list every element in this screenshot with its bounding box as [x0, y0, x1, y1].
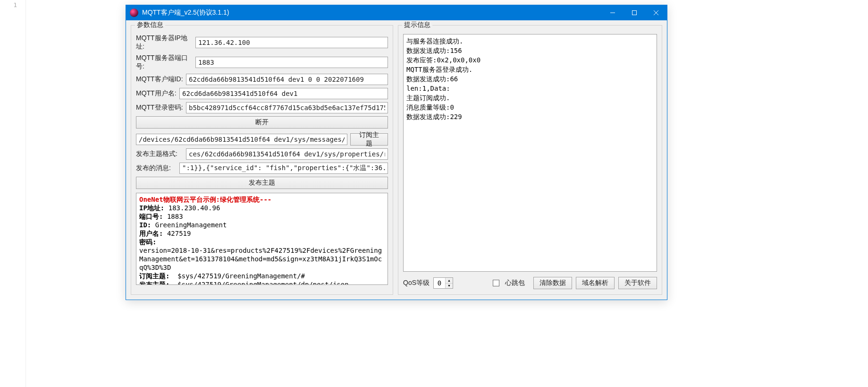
- disconnect-button[interactable]: 断开: [136, 116, 388, 129]
- window-controls: [602, 5, 667, 20]
- qos-spinner[interactable]: 0 ▲ ▼: [433, 277, 453, 289]
- log-pub-label: 发布主题:: [139, 281, 169, 285]
- server-ip-label: MQTT服务器IP地址:: [136, 34, 193, 51]
- app-icon: [130, 9, 138, 17]
- window-title: MQTT客户端_v2.5(协议3.1.1): [142, 9, 602, 17]
- log-ip-label: IP地址:: [139, 204, 164, 212]
- main-application-window: MQTT客户端_v2.5(协议3.1.1) 参数信息 MQTT服务器IP地址: …: [126, 5, 667, 300]
- line-number: 1: [13, 1, 17, 9]
- params-groupbox: 参数信息 MQTT服务器IP地址: MQTT服务器端口号: MQTT客户端ID:…: [131, 25, 393, 295]
- username-input[interactable]: [179, 88, 388, 99]
- hint-line: MQTT服务器登录成功.: [406, 65, 654, 74]
- server-port-input[interactable]: [195, 57, 388, 68]
- close-icon: [654, 10, 658, 15]
- heartbeat-label: 心跳包: [505, 279, 525, 287]
- log-port-label: 端口号:: [139, 213, 163, 220]
- hint-line: len:1,Data:: [406, 84, 654, 93]
- hint-line: 发布应答:0x2,0x0,0x0: [406, 55, 654, 65]
- hints-group-title: 提示信息: [402, 21, 432, 29]
- server-ip-input[interactable]: [195, 37, 388, 48]
- hint-line: 数据发送成功:229: [406, 112, 654, 121]
- hint-line: 消息质量等级:0: [406, 103, 654, 112]
- example-log-box[interactable]: OneNet物联网云平台示例:绿化管理系统--- IP地址: 183.230.4…: [136, 193, 388, 285]
- params-group-title: 参数信息: [135, 21, 165, 29]
- qos-up-button[interactable]: ▲: [446, 278, 453, 284]
- svg-rect-1: [632, 11, 637, 15]
- window-titlebar[interactable]: MQTT客户端_v2.5(协议3.1.1): [126, 5, 667, 20]
- hint-line: 数据发送成功:156: [406, 46, 654, 55]
- publish-topic-label: 发布主题格式:: [136, 150, 183, 158]
- hints-groupbox: 提示信息 与服务器连接成功. 数据发送成功:156 发布应答:0x2,0x0,0…: [398, 25, 662, 295]
- log-pwd-value: version=2018-10-31&res=products%2F427519…: [139, 246, 385, 272]
- log-id: GreeningManagement: [155, 221, 227, 229]
- close-button[interactable]: [645, 5, 667, 20]
- log-id-label: ID:: [139, 221, 151, 229]
- password-label: MQTT登录密码:: [136, 103, 183, 112]
- hint-line: 与服务器连接成功.: [406, 36, 654, 46]
- client-id-label: MQTT客户端ID:: [136, 75, 183, 84]
- about-button[interactable]: 关于软件: [618, 277, 657, 289]
- hint-line: 数据发送成功:66: [406, 74, 654, 84]
- bottom-toolbar: QoS等级 0 ▲ ▼ 心跳包 清除数据 域名解析 关于软件: [403, 276, 657, 290]
- line-number-gutter: 1: [0, 0, 26, 387]
- log-sub-label: 订阅主题:: [139, 272, 169, 280]
- qos-down-button[interactable]: ▼: [446, 284, 453, 289]
- client-id-input[interactable]: [186, 74, 388, 85]
- log-user: 427519: [167, 230, 191, 237]
- password-input[interactable]: [186, 102, 388, 113]
- publish-topic-input[interactable]: [186, 148, 388, 160]
- subscribe-button[interactable]: 订阅主题: [350, 133, 388, 146]
- log-sub: $sys/427519/GreeningManagement/#: [177, 272, 305, 280]
- maximize-button[interactable]: [624, 5, 645, 20]
- log-pwd-label: 密码:: [139, 238, 156, 246]
- publish-msg-label: 发布的消息:: [136, 164, 177, 172]
- maximize-icon: [632, 10, 637, 15]
- hint-line: 主题订阅成功.: [406, 93, 654, 103]
- log-user-label: 用户名:: [139, 230, 163, 237]
- hints-textbox[interactable]: 与服务器连接成功. 数据发送成功:156 发布应答:0x2,0x0,0x0 MQ…: [403, 34, 657, 272]
- log-port: 1883: [167, 213, 183, 220]
- log-pub: $sys/427519/GreeningManagement/dp/post/j…: [177, 281, 348, 285]
- log-ip: 183.230.40.96: [169, 204, 220, 212]
- publish-msg-input[interactable]: [179, 163, 388, 174]
- minimize-icon: [610, 10, 615, 15]
- publish-button[interactable]: 发布主题: [136, 177, 388, 189]
- dns-resolve-button[interactable]: 域名解析: [576, 277, 615, 289]
- server-port-label: MQTT服务器端口号:: [136, 54, 193, 71]
- qos-label: QoS等级: [403, 279, 430, 287]
- heartbeat-checkbox[interactable]: [493, 280, 499, 286]
- username-label: MQTT用户名:: [136, 89, 177, 98]
- client-area: 参数信息 MQTT服务器IP地址: MQTT服务器端口号: MQTT客户端ID:…: [126, 20, 667, 300]
- clear-data-button[interactable]: 清除数据: [533, 277, 572, 289]
- minimize-button[interactable]: [602, 5, 624, 20]
- subscribe-topic-input[interactable]: [136, 134, 347, 145]
- log-title: OneNet物联网云平台示例:绿化管理系统---: [139, 195, 385, 204]
- qos-value: 0: [434, 279, 445, 287]
